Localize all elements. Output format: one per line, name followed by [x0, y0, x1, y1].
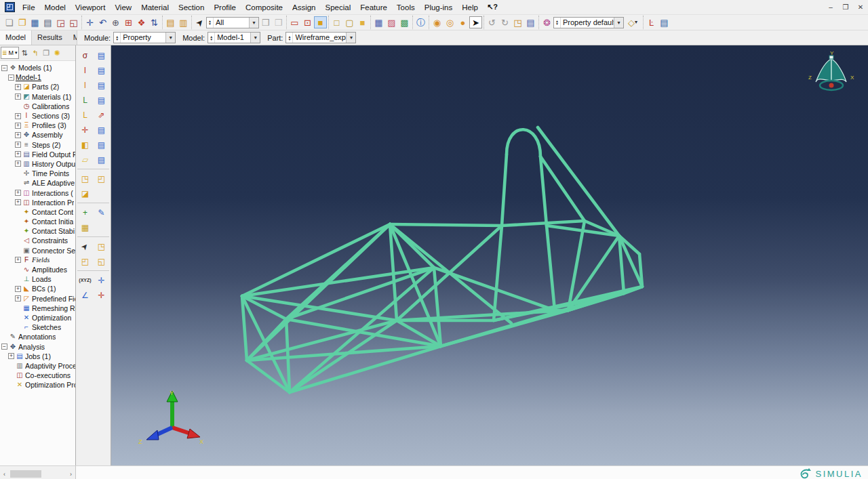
menu-assign[interactable]: Assign: [288, 2, 321, 13]
tree-item-analysis[interactable]: −✥Analysis: [1, 341, 75, 351]
model-spinner[interactable]: ▲▼: [208, 33, 215, 43]
tree-spinner-button[interactable]: ⇅: [20, 47, 30, 58]
expander-icon[interactable]: +: [15, 295, 21, 301]
export-odb-button[interactable]: ◱: [67, 16, 80, 28]
tree-item-remeshing-ru[interactable]: ▦Remeshing Ru: [1, 304, 75, 313]
tree-item-models-1[interactable]: −❖Models (1): [1, 63, 75, 72]
sketcher-grid-tool-button[interactable]: ▦: [77, 220, 93, 234]
tab-model[interactable]: Model: [0, 30, 32, 45]
partition-edge-tool-button[interactable]: ◱: [94, 254, 109, 268]
expander-icon[interactable]: +: [15, 93, 21, 100]
expander-icon[interactable]: −: [1, 343, 7, 350]
show-element-sets-button[interactable]: ▨: [385, 16, 398, 28]
probe-values-button[interactable]: ➤: [469, 16, 482, 28]
restore-button[interactable]: ❐: [838, 2, 853, 13]
tree-item-calibrations[interactable]: ◷Calibrations: [1, 102, 75, 111]
app-icon[interactable]: [5, 2, 15, 12]
menu-view[interactable]: View: [110, 2, 136, 13]
assign-rebar-tool-button[interactable]: ◪: [77, 186, 93, 201]
partition-cell-tool-button[interactable]: ◳: [94, 239, 109, 253]
shaded-render-button[interactable]: ■: [356, 16, 369, 28]
tree-item-co-executions[interactable]: ◫Co-executions: [1, 371, 75, 380]
tree-item-loads[interactable]: ⊥Loads: [1, 274, 75, 284]
tree-item-amplitudes[interactable]: ∿Amplitudes: [1, 265, 75, 274]
selection-filter-spinner[interactable]: ▲▼: [207, 18, 214, 28]
tree-item-field-output-r[interactable]: +▤Field Output R: [1, 150, 75, 159]
create-datum-tool-button[interactable]: +: [77, 205, 93, 220]
render-style-dropdown-dropdown-icon[interactable]: ▾: [635, 20, 637, 25]
expander-icon[interactable]: +: [15, 142, 21, 148]
menu-help[interactable]: Help: [457, 2, 483, 13]
import-odb-button[interactable]: ◲: [54, 16, 67, 28]
model-combo[interactable]: ▲▼Model-1▾: [208, 32, 260, 43]
replace-display-group-button[interactable]: ◉: [431, 16, 443, 28]
create-material-tool-button[interactable]: σ: [77, 48, 93, 62]
menu-model[interactable]: Model: [40, 2, 71, 13]
color-code-palette-button[interactable]: ❂: [540, 16, 553, 28]
create-profile-tool-button[interactable]: L: [77, 93, 93, 107]
tree-item-profiles-3[interactable]: +ΞProfiles (3): [1, 121, 75, 130]
tree-item-contact-stabi[interactable]: ✦Contact Stabi: [1, 226, 75, 236]
save-button[interactable]: ▦: [28, 16, 41, 28]
tree-item-parts-2[interactable]: +◪Parts (2): [1, 82, 75, 91]
minimize-button[interactable]: –: [823, 2, 838, 13]
tree-item-sketches[interactable]: ⌐Sketches: [1, 322, 75, 332]
viewport[interactable]: Y Z X Y X Z: [111, 45, 868, 465]
menu-tools[interactable]: Tools: [392, 2, 420, 13]
assign-material-orientation-tool-button[interactable]: ✛: [77, 123, 93, 137]
tree-item-optimization[interactable]: ✕Optimization: [1, 313, 75, 322]
expander-icon[interactable]: +: [15, 113, 21, 119]
query-set-tool-button[interactable]: ➤: [77, 239, 93, 253]
perspective-button[interactable]: ■: [314, 16, 327, 28]
module-spinner[interactable]: ▲▼: [114, 33, 121, 43]
tree-item-optimization-pro[interactable]: ✕Optimization Pro: [1, 380, 75, 390]
goto-parent-button[interactable]: ↰: [31, 47, 41, 58]
render-style-dropdown-button[interactable]: ◇▾: [624, 16, 642, 28]
box-zoom-button[interactable]: ⊞: [122, 16, 135, 28]
menu-section[interactable]: Section: [174, 2, 209, 13]
activate-cut-button[interactable]: ⊡: [301, 16, 314, 28]
part-combo[interactable]: ▲▼Wireframe_export▾: [285, 32, 356, 43]
stringer-manager-tool-button[interactable]: ▤: [94, 152, 109, 167]
tree-item-materials-1[interactable]: +◩Materials (1): [1, 92, 75, 102]
tree-item-jobs-1[interactable]: +▤Jobs (1): [1, 352, 75, 361]
xyz-coordinates-tool-button[interactable]: (XYZ): [77, 273, 93, 287]
wireframe-render-button[interactable]: □: [330, 16, 343, 28]
scroll-left-icon[interactable]: ‹: [2, 471, 7, 478]
create-stringer-tool-button[interactable]: ▱: [77, 152, 93, 167]
menu-plug-ins[interactable]: Plug-ins: [420, 2, 458, 13]
edit-feature-tool-button[interactable]: ✎: [94, 205, 109, 220]
partition-face-tool-button[interactable]: ◰: [77, 254, 93, 268]
composite-layup-manager-tool-button[interactable]: ▤: [94, 123, 109, 137]
tree-item-contact-initia[interactable]: ✦Contact Initia: [1, 217, 75, 226]
show-mesh-button[interactable]: ▦: [372, 16, 385, 28]
tree-item-model-1[interactable]: −Model-1: [1, 72, 75, 82]
selection-objects-button[interactable]: ❒: [259, 16, 272, 28]
tree-item-annotations[interactable]: ✎Annotations: [1, 332, 75, 341]
module-dropdown-icon[interactable]: ▾: [165, 33, 175, 43]
assign-thickness-tool-button[interactable]: ◳: [77, 171, 93, 186]
cycle-views-button[interactable]: ⇅: [148, 16, 161, 28]
section-manager-tool-button[interactable]: ▤: [94, 63, 109, 77]
assign-beam-orientation-tool-button[interactable]: ⇗: [94, 108, 109, 122]
remove-display-group-button[interactable]: ●: [456, 16, 469, 28]
create-composite-layup-tool-button[interactable]: L: [77, 108, 93, 122]
regenerate-button[interactable]: ◳: [511, 16, 524, 28]
profile-manager-tool-button[interactable]: ▤: [94, 93, 109, 107]
tree-item-interaction-pr[interactable]: +◫Interaction Pr: [1, 198, 75, 207]
create-alias-button[interactable]: ❐: [41, 47, 52, 58]
hidden-line-render-button[interactable]: ▢: [343, 16, 356, 28]
tree-item-contact-cont[interactable]: ✦Contact Cont: [1, 207, 75, 217]
model-dropdown-icon[interactable]: ▾: [250, 33, 260, 43]
undo-button[interactable]: ↺: [486, 16, 498, 28]
scroll-right-icon[interactable]: ›: [68, 471, 73, 478]
module-combo[interactable]: ▲▼Property▾: [113, 32, 176, 43]
magnify-view-button[interactable]: ⊕: [109, 16, 122, 28]
open-button[interactable]: ❐: [16, 16, 28, 28]
menu-file[interactable]: File: [18, 2, 40, 13]
section-assignment-manager-tool-button[interactable]: ▤: [94, 78, 109, 92]
show-tips-button[interactable]: ✺: [52, 47, 62, 58]
scrollbar-thumb[interactable]: [10, 470, 41, 478]
color-code-mode-dropdown-icon[interactable]: ▾: [614, 18, 623, 28]
create-skin-tool-button[interactable]: ◧: [77, 138, 93, 152]
